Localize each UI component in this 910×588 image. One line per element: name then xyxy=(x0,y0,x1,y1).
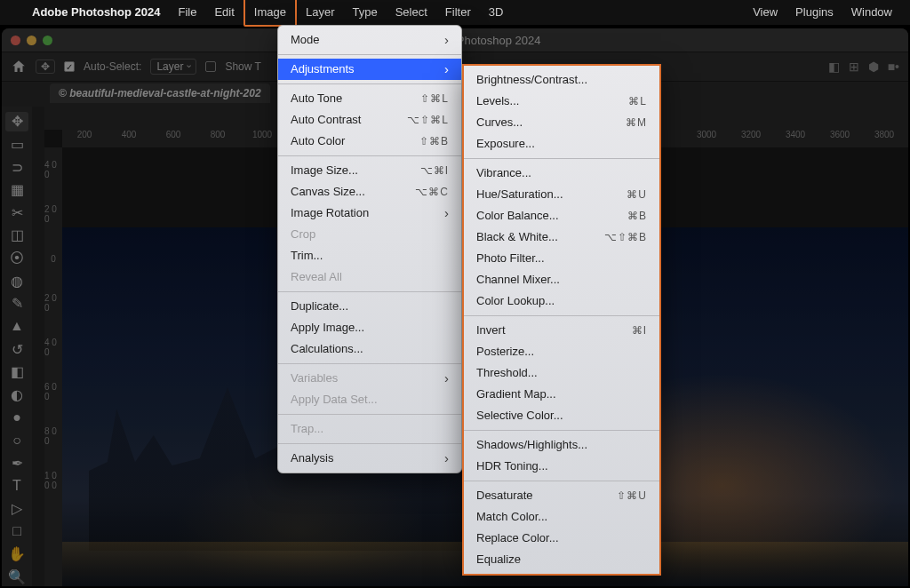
menu-view[interactable]: View xyxy=(744,0,786,25)
image-menu-item[interactable]: Mode xyxy=(278,29,461,51)
pen-tool[interactable]: ✒ xyxy=(5,453,28,473)
dodge-tool[interactable]: ○ xyxy=(5,431,28,450)
image-menu-item: Variables xyxy=(278,368,461,389)
adjustments-menu-item[interactable]: Selective Color... xyxy=(464,405,659,426)
menu-type[interactable]: Type xyxy=(344,0,387,25)
window-title: Adobe Photoshop 2024 xyxy=(52,34,908,47)
adjustments-menu-item[interactable]: Color Lookup... xyxy=(464,290,659,312)
adjustments-menu-item[interactable]: Levels...⌘L xyxy=(464,91,659,112)
adjustments-menu-item[interactable]: Match Color... xyxy=(464,506,659,528)
menu-item-label: Photo Filter... xyxy=(476,250,545,266)
menu-image[interactable]: Image xyxy=(243,0,297,27)
menu-window[interactable]: Window xyxy=(842,0,901,25)
tools-panel-edge xyxy=(32,107,44,586)
adjustments-menu-item[interactable]: Posterize... xyxy=(464,341,659,362)
menu-separator xyxy=(278,291,461,292)
brush-tool[interactable]: ✎ xyxy=(5,294,28,314)
lasso-tool[interactable]: ⊃ xyxy=(5,157,28,177)
adjustments-menu-item[interactable]: Replace Color... xyxy=(464,528,659,549)
close-window-button[interactable] xyxy=(11,36,20,45)
menu-item-label: Adjustments xyxy=(291,61,355,77)
move-tool-picker[interactable]: ✥ xyxy=(36,60,55,74)
image-menu-item[interactable]: Adjustments xyxy=(278,59,461,80)
adjustments-menu-item[interactable]: HDR Toning... xyxy=(464,456,659,477)
adjustments-menu-item[interactable]: Gradient Map... xyxy=(464,384,659,405)
menu-plugins[interactable]: Plugins xyxy=(786,0,842,25)
adjustments-menu-item[interactable]: Exposure... xyxy=(464,133,659,155)
zoom-tool[interactable]: 🔍 xyxy=(5,568,28,587)
object-select-tool[interactable]: ▦ xyxy=(5,180,28,200)
menu-item-shortcut: ⌘U xyxy=(627,187,647,203)
menu-filter[interactable]: Filter xyxy=(436,0,480,25)
image-menu-item[interactable]: Analysis xyxy=(278,448,461,469)
stamp-tool[interactable]: ▲ xyxy=(5,317,28,337)
menu-item-label: Trim... xyxy=(291,248,323,264)
adjustments-menu-item[interactable]: Equalize xyxy=(464,549,659,570)
frame-tool[interactable]: ◫ xyxy=(5,226,28,245)
auto-select-dropdown[interactable]: Layer xyxy=(150,59,196,75)
adjustments-menu-item[interactable]: Color Balance...⌘B xyxy=(464,205,659,226)
distribute-icon[interactable]: ⊞ xyxy=(849,60,859,74)
app-name[interactable]: Adobe Photoshop 2024 xyxy=(23,0,169,25)
type-tool[interactable]: T xyxy=(5,476,28,496)
menu-separator xyxy=(278,443,461,444)
image-menu-item[interactable]: Auto Contrast⌥⇧⌘L xyxy=(278,109,461,131)
auto-select-checkbox[interactable]: ✓ xyxy=(64,61,75,72)
image-menu-item[interactable]: Image Size...⌥⌘I xyxy=(278,160,461,181)
menu-item-shortcut: ⌥⌘I xyxy=(420,163,449,179)
ruler-tick: 400 xyxy=(107,130,151,139)
show-transform-checkbox[interactable] xyxy=(205,61,216,72)
menu-item-label: Posterize... xyxy=(476,344,534,360)
healing-tool[interactable]: ◍ xyxy=(5,271,28,290)
minimize-window-button[interactable] xyxy=(27,36,36,45)
adjustments-menu-item[interactable]: Shadows/Highlights... xyxy=(464,434,659,456)
menu-item-label: Image Rotation xyxy=(291,205,369,221)
path-select-tool[interactable]: ▷ xyxy=(5,499,28,519)
adjustments-menu-item[interactable]: Curves...⌘M xyxy=(464,112,659,133)
adjustments-menu-item[interactable]: Vibrance... xyxy=(464,163,659,184)
camera-icon[interactable]: ■• xyxy=(888,60,899,74)
image-menu-item[interactable]: Duplicate... xyxy=(278,296,461,317)
ruler-vertical[interactable]: 4 0 02 0 002 0 04 0 06 0 08 0 01 0 0 0 xyxy=(44,147,62,586)
ruler-tick: 3800 xyxy=(862,130,906,139)
3d-mode-icon[interactable]: ⬢ xyxy=(868,60,879,74)
eraser-tool[interactable]: ◧ xyxy=(5,362,28,382)
crop-tool[interactable]: ✂ xyxy=(5,203,28,223)
menu-item-label: Auto Tone xyxy=(291,91,342,107)
marquee-tool[interactable]: ▭ xyxy=(5,135,28,155)
adjustments-menu-item[interactable]: Photo Filter... xyxy=(464,248,659,269)
menu-item-label: Trap... xyxy=(291,421,323,437)
adjustments-menu-item[interactable]: Invert⌘I xyxy=(464,320,659,341)
image-menu-item[interactable]: Calculations... xyxy=(278,338,461,360)
menu-item-label: Shadows/Highlights... xyxy=(476,437,587,453)
adjustments-menu-item[interactable]: Threshold... xyxy=(464,362,659,384)
home-icon[interactable] xyxy=(11,59,27,75)
document-tab[interactable]: © beautiful-medieval-castle-at-night-202 xyxy=(50,83,270,103)
menu-edit[interactable]: Edit xyxy=(205,0,243,25)
image-menu-item[interactable]: Trim... xyxy=(278,245,461,266)
adjustments-menu-item[interactable]: Hue/Saturation...⌘U xyxy=(464,184,659,205)
adjustments-menu-item[interactable]: Desaturate⇧⌘U xyxy=(464,485,659,506)
history-brush-tool[interactable]: ↺ xyxy=(5,339,28,359)
image-menu-item[interactable]: Auto Color⇧⌘B xyxy=(278,131,461,152)
image-menu-item[interactable]: Apply Image... xyxy=(278,317,461,338)
shape-tool[interactable]: □ xyxy=(5,521,28,541)
zoom-window-button[interactable] xyxy=(43,36,52,45)
image-menu-item[interactable]: Canvas Size...⌥⌘C xyxy=(278,181,461,203)
image-menu-item[interactable]: Image Rotation xyxy=(278,203,461,224)
menu-select[interactable]: Select xyxy=(387,0,436,25)
hand-tool[interactable]: ✋ xyxy=(5,544,28,564)
eyedropper-tool[interactable]: ⦿ xyxy=(5,249,28,268)
adjustments-menu-item[interactable]: Channel Mixer... xyxy=(464,269,659,290)
menu-item-label: Color Lookup... xyxy=(476,293,555,309)
gradient-tool[interactable]: ◐ xyxy=(5,385,28,405)
align-icon[interactable]: ◧ xyxy=(828,60,840,74)
menu-file[interactable]: File xyxy=(169,0,205,25)
menu-3d[interactable]: 3D xyxy=(480,0,513,25)
blur-tool[interactable]: ● xyxy=(5,408,28,427)
move-tool[interactable]: ✥ xyxy=(5,112,28,131)
adjustments-menu-item[interactable]: Brightness/Contrast... xyxy=(464,69,659,91)
menu-layer[interactable]: Layer xyxy=(297,0,344,25)
adjustments-menu-item[interactable]: Black & White...⌥⇧⌘B xyxy=(464,226,659,248)
image-menu-item[interactable]: Auto Tone⇧⌘L xyxy=(278,88,461,109)
